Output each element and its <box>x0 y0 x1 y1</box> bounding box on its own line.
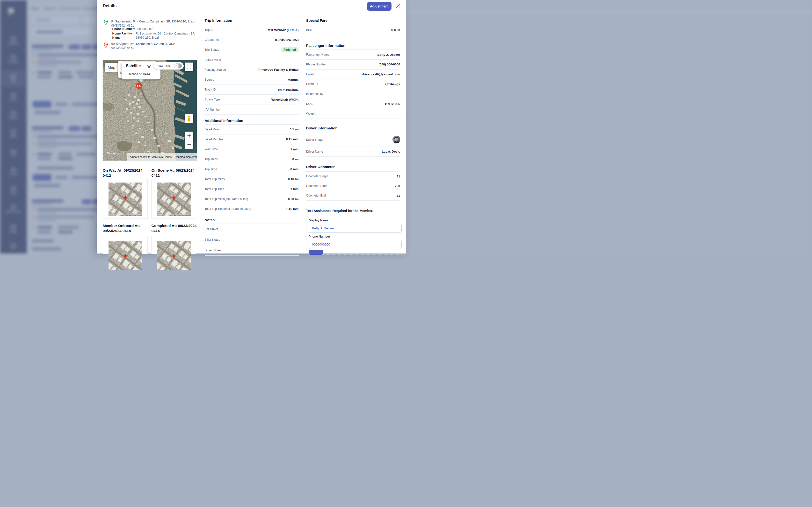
svg-text:Google: Google <box>106 151 120 155</box>
svg-text:Terms: Terms <box>164 156 172 158</box>
svg-text:FA: FA <box>137 84 141 88</box>
svg-text:Keyboard shortcuts: Keyboard shortcuts <box>128 156 151 158</box>
svg-text:Report a map error: Report a map error <box>175 156 197 158</box>
svg-text:Map Data: Map Data <box>152 156 163 158</box>
